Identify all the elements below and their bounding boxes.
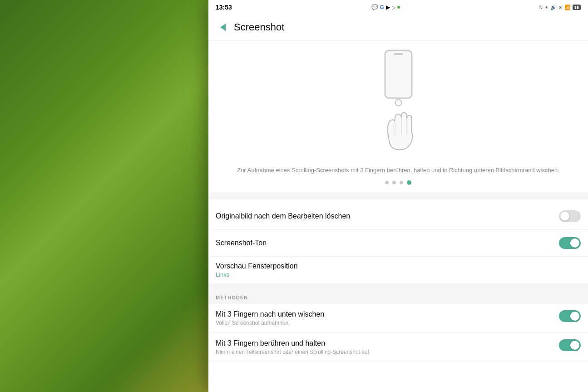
svg-point-2 xyxy=(395,99,401,106)
carousel-dots xyxy=(385,180,411,185)
phone-illustration xyxy=(381,50,415,109)
status-left-icons: 💬 G ▶ ▷ xyxy=(371,4,400,10)
back-arrow-icon xyxy=(220,24,226,31)
screenshot-sound-toggle[interactable] xyxy=(559,237,581,249)
notification-dot xyxy=(397,6,400,9)
status-right-icons: N ✴ 🔊 ⊙ 📶 ▮▮ xyxy=(539,5,581,10)
screenshot-sound-label: Screenshot-Ton xyxy=(216,239,267,247)
method-hold-toggle[interactable] xyxy=(559,339,581,351)
methods-section-label: METHODEN xyxy=(208,288,588,304)
dot-2[interactable] xyxy=(392,181,396,184)
svg-rect-0 xyxy=(385,50,412,98)
method-swipe-title: Mit 3 Fingern nach unten wischen xyxy=(216,310,552,318)
method-swipe-text: Mit 3 Fingern nach unten wischen Vollen … xyxy=(216,310,559,326)
method-hold-text: Mit 3 Fingern berühren und halten Nimm e… xyxy=(216,339,559,355)
illustration xyxy=(380,50,416,159)
content-area: Zur Aufnahme eines Scrolling-Screenshots… xyxy=(208,40,588,392)
hotspot-icon: ⊙ xyxy=(558,5,563,10)
original-delete-toggle[interactable] xyxy=(559,210,581,222)
toggle-thumb-4 xyxy=(570,341,579,350)
page-title: Screenshot xyxy=(234,21,284,33)
method-hold-row: Mit 3 Fingern berühren und halten Nimm e… xyxy=(208,333,588,362)
battery-icon: ▮▮ xyxy=(573,5,581,10)
method-swipe-toggle[interactable] xyxy=(559,310,581,322)
screenshot-sound-row[interactable]: Screenshot-Ton xyxy=(208,230,588,257)
status-time: 13:53 xyxy=(216,4,232,11)
original-delete-label: Originalbild nach dem Bearbeiten löschen xyxy=(216,212,350,220)
preview-position-label: Vorschau Fensterposition xyxy=(216,262,581,270)
chat-status-icon: 💬 xyxy=(371,4,378,10)
youtube-status-icon: ▶ xyxy=(386,4,390,10)
original-delete-row[interactable]: Originalbild nach dem Bearbeiten löschen xyxy=(208,203,588,230)
carousel-caption: Zur Aufnahme eines Scrolling-Screenshots… xyxy=(228,166,568,175)
sound-icon: 🔊 xyxy=(550,5,557,10)
phone-screen: 13:53 💬 G ▶ ▷ N ✴ 🔊 ⊙ 📶 ▮▮ Screenshot xyxy=(208,0,588,392)
hand-illustration xyxy=(380,109,416,159)
status-bar: 13:53 💬 G ▶ ▷ N ✴ 🔊 ⊙ 📶 ▮▮ xyxy=(208,0,588,15)
section-divider-1 xyxy=(208,192,588,199)
google-status-icon: G xyxy=(380,4,384,10)
dot-4-active[interactable] xyxy=(407,180,411,185)
preview-position-value: Links xyxy=(216,271,581,278)
dot-1[interactable] xyxy=(385,181,389,184)
play-status-icon: ▷ xyxy=(392,5,395,10)
method-swipe-desc: Vollen Screenshot aufnehmen. xyxy=(216,320,552,326)
toggle-thumb-3 xyxy=(570,312,579,321)
carousel-section: Zur Aufnahme eines Scrolling-Screenshots… xyxy=(208,40,588,192)
nfc-icon: N xyxy=(539,5,543,10)
settings-section: Originalbild nach dem Bearbeiten löschen… xyxy=(208,203,588,284)
back-button[interactable] xyxy=(216,20,230,35)
method-hold-desc: Nimm einen Teilscreenshot oder einen Scr… xyxy=(216,349,552,355)
toggle-thumb-1 xyxy=(560,212,569,221)
section-divider-2 xyxy=(208,284,588,288)
bluetooth-icon: ✴ xyxy=(544,5,548,10)
method-hold-title: Mit 3 Fingern berühren und halten xyxy=(216,339,552,347)
preview-position-row[interactable]: Vorschau Fensterposition Links xyxy=(208,257,588,284)
wifi-icon: 📶 xyxy=(564,5,571,10)
method-swipe-row: Mit 3 Fingern nach unten wischen Vollen … xyxy=(208,304,588,333)
svg-rect-1 xyxy=(394,53,403,55)
page-header: Screenshot xyxy=(208,15,588,40)
dot-3[interactable] xyxy=(400,181,403,184)
toggle-thumb-2 xyxy=(570,238,579,248)
